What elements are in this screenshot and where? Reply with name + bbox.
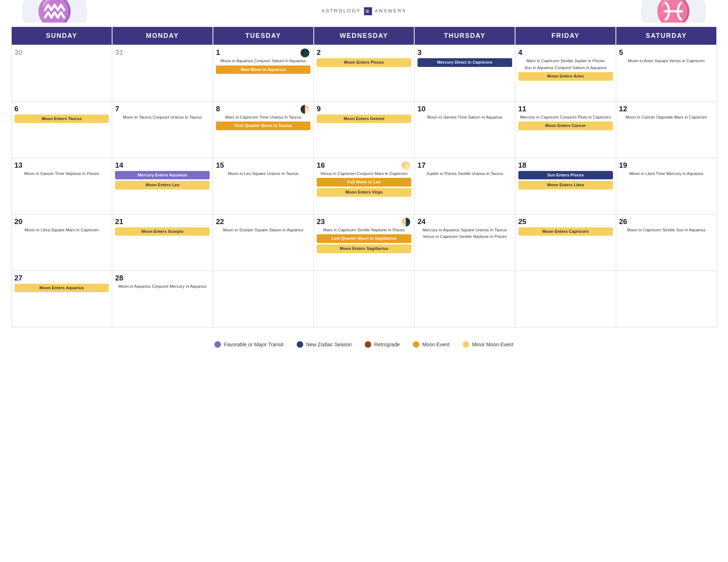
logo-icon: ⊞	[364, 7, 372, 15]
moon-phase-icon: 🌗	[401, 218, 411, 227]
day-cell: 17Jupiter in Pisces Sextile Uranus in Ta…	[414, 158, 515, 214]
day-cell: 11Mercury in Capricorn Conjunct Pluto in…	[515, 101, 616, 158]
day-cell: 28Moon in Aquarius Conjunct Mercury in A…	[112, 271, 213, 327]
day-event: Moon in Aquarius Conjunct Saturn in Aqua…	[216, 58, 310, 64]
day-number: 14	[115, 161, 210, 170]
event-badge: Last Quarter Moon in Sagittarius	[317, 234, 411, 243]
day-cell: 27Moon Enters Aquarius	[11, 271, 112, 327]
day-number: 15	[216, 161, 310, 170]
moon-phase-icon: 🌕	[401, 161, 411, 171]
column-header-thursday: THURSDAY	[414, 27, 515, 45]
legend-item: Favorable or Major Transit	[214, 341, 283, 348]
day-cell: 4Mars in Capricorn Sextile Jupiter in Pi…	[515, 45, 616, 101]
column-header-wednesday: WEDNESDAY	[314, 27, 415, 45]
day-cell: 31	[112, 45, 213, 101]
day-cell	[515, 271, 616, 327]
day-event: Moon in Aquarius Conjunct Mercury in Aqu…	[115, 284, 210, 290]
calendar-header-row: SUNDAYMONDAYTUESDAYWEDNESDAYTHURSDAYFRID…	[11, 27, 717, 45]
day-cell: 13Moon in Cancer Trine Neptune in Pisces	[11, 158, 112, 214]
week-row-2: 13Moon in Cancer Trine Neptune in Pisces…	[11, 158, 717, 214]
moon-phase-icon: 🌑	[300, 48, 310, 58]
day-number: 7	[115, 105, 210, 113]
day-cell: 2Moon Enters Pisces	[314, 45, 415, 101]
day-cell	[414, 271, 515, 327]
day-event: Moon in Aries Square Venus in Capricorn	[619, 58, 714, 64]
event-badge: Moon Enters Aries	[518, 72, 613, 81]
day-cell: 16🌕Venus in Capricorn Conjunct Mars in C…	[314, 158, 415, 214]
event-badge: Moon Enters Pisces	[317, 58, 411, 67]
legend-item: Retrograde	[365, 341, 400, 348]
day-cell: 10Moon in Gemini Trine Saturn in Aquariu…	[414, 101, 515, 158]
day-event: Mars in Capricorn Sextile Jupiter in Pis…	[518, 58, 613, 64]
day-event: Venus in Capricorn Conjunct Mars in Capr…	[317, 171, 411, 177]
calendar-table: SUNDAYMONDAYTUESDAYWEDNESDAYTHURSDAYFRID…	[11, 26, 717, 327]
week-row-3: 20Moon in Libra Square Mars in Capricorn…	[11, 214, 717, 271]
legend-label: New Zodiac Season	[306, 342, 352, 347]
day-cell: 5Moon in Aries Square Venus in Capricorn	[616, 45, 717, 101]
legend-dot	[297, 341, 303, 348]
day-number: 1	[216, 48, 310, 57]
legend-label: Minor Moon Event	[472, 342, 514, 347]
day-number: 13	[15, 161, 109, 170]
day-number: 10	[418, 105, 512, 113]
legend-item: Moon Event	[413, 341, 450, 348]
day-number: 25	[518, 218, 613, 226]
day-event: Mercury in Capricorn Conjunct Pluto in C…	[518, 115, 613, 120]
column-header-monday: MONDAY	[112, 27, 213, 45]
day-number: 23	[317, 218, 411, 226]
day-event: Moon in Capricorn Sextile Sun in Aquariu…	[619, 227, 714, 233]
day-event: Moon in Libra Trine Mercury in Aquarius	[619, 171, 714, 177]
day-number: 21	[115, 218, 210, 226]
day-number: 18	[518, 161, 613, 170]
day-number: 9	[317, 105, 411, 113]
day-cell: 3Mercury Direct in Capricorn	[414, 45, 515, 101]
legend-dot	[214, 341, 221, 348]
legend-label: Favorable or Major Transit	[224, 342, 283, 347]
calendar-wrapper: SUNDAYMONDAYTUESDAYWEDNESDAYTHURSDAYFRID…	[0, 23, 728, 335]
day-number: 28	[115, 274, 210, 282]
day-event: Moon in Gemini Trine Saturn in Aquarius	[418, 115, 512, 120]
day-event: Mars in Capricorn Sextile Neptune in Pis…	[317, 227, 411, 233]
day-cell: 14Mercury Enters AquariusMoon Enters Leo	[112, 158, 213, 214]
day-event: Jupiter in Pisces Sextile Uranus in Taur…	[418, 171, 512, 177]
day-number: 22	[216, 218, 310, 226]
day-event: Moon in Libra Square Mars in Capricorn	[15, 227, 109, 233]
week-row-1: 6Moon Enters Taurus7Moon in Taurus Conju…	[11, 101, 717, 158]
day-cell: 1🌑Moon in Aquarius Conjunct Saturn in Aq…	[213, 45, 314, 101]
day-event: Moon in Cancer Trine Neptune in Pisces	[15, 171, 109, 177]
legend: Favorable or Major TransitNew Zodiac Sea…	[0, 335, 728, 351]
day-number: 2	[317, 48, 411, 57]
column-header-saturday: SATURDAY	[616, 27, 717, 45]
event-badge: Moon Enters Virgo	[317, 188, 411, 197]
event-badge: Moon Enters Scorpio	[115, 227, 210, 236]
legend-label: Retrograde	[374, 342, 400, 347]
week-row-0: 30311🌑Moon in Aquarius Conjunct Saturn i…	[11, 45, 717, 101]
legend-dot	[413, 341, 419, 348]
legend-item: Minor Moon Event	[463, 341, 514, 348]
day-cell: 26Moon in Capricorn Sextile Sun in Aquar…	[616, 214, 717, 271]
day-number: 3	[418, 48, 512, 57]
event-badge: Moon Enters Gemini	[317, 115, 411, 123]
day-cell: 6Moon Enters Taurus	[11, 101, 112, 158]
day-event: Moon in Scorpio Square Saturn in Aquariu…	[216, 227, 310, 233]
day-cell: 20Moon in Libra Square Mars in Capricorn	[11, 214, 112, 271]
day-number: 31	[115, 48, 210, 57]
event-badge: Moon Enters Cancer	[518, 121, 613, 130]
day-cell: 9Moon Enters Gemini	[314, 101, 415, 158]
day-event: Mercury in Aquarius Square Uranus in Tau…	[418, 227, 512, 233]
day-cell	[213, 271, 314, 327]
event-badge: Moon Enters Taurus	[15, 115, 109, 123]
event-badge: Moon Enters Capricorn	[518, 227, 613, 236]
event-badge: Sun Enters Pisces	[518, 171, 613, 180]
day-number: 30	[15, 48, 109, 57]
day-cell: 12Moon in Cancer Opposite Mars in Capric…	[616, 101, 717, 158]
day-number: 27	[15, 274, 109, 282]
day-number: 12	[619, 105, 714, 113]
day-cell: 21Moon Enters Scorpio	[112, 214, 213, 271]
page-header: ♒ ♓ ASTROLOGY ⊞ ANSWERS	[0, 0, 728, 23]
column-header-tuesday: TUESDAY	[213, 27, 314, 45]
day-number: 6	[15, 105, 109, 113]
day-event: Moon in Taurus Conjunct Uranus in Taurus	[115, 115, 210, 120]
day-number: 26	[619, 218, 714, 226]
day-cell: 15Moon in Leo Square Uranus in Taurus	[213, 158, 314, 214]
